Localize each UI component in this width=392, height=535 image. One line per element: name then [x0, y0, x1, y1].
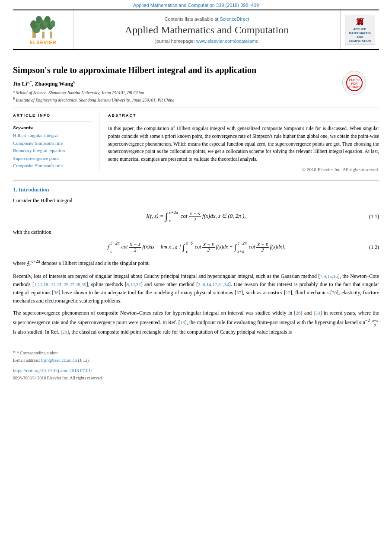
integral-2a-limits: s−δ c	[186, 241, 192, 254]
ref-36[interactable]: 36	[54, 290, 59, 295]
intro-para5: The superconvergence phenomenon of compo…	[13, 309, 379, 336]
svg-text:CHECK: CHECK	[349, 79, 360, 82]
footnote-corresponding: * * Corresponding author.	[13, 349, 379, 357]
abstract-text: In this paper, the computation of Hilber…	[108, 125, 379, 163]
elsevier-brand-text: ELSEVIER	[29, 40, 56, 45]
integral-1-icon: ∫	[165, 211, 168, 222]
equation-1-1: I(f, s) = ∫ c+2π c cot x − s 2 f(x)dx, s…	[13, 210, 379, 223]
main-content: Simpson's rule to approximate Hilbert in…	[0, 50, 392, 390]
check-updates-icon: CHECK FOR UPDATES	[346, 74, 363, 92]
author-2-sup: b	[73, 80, 75, 84]
elsevier-logo-area: ELSEVIER	[13, 10, 73, 49]
footer-issn: 0096-3003/© 2018 Elsevier Inc. All right…	[13, 375, 379, 381]
svg-rect-9	[50, 32, 52, 38]
author-1-name: Jin Li	[13, 80, 27, 87]
contents-available: Contents lists available at ScienceDirec…	[165, 16, 249, 22]
intro-para3: where ⨍cc+2π denotes a Hilbert integral …	[13, 258, 379, 268]
svg-point-11	[45, 16, 51, 23]
badge-title-text: APPLIEDMATHEMATICSANDCOMPUTATION	[349, 27, 371, 43]
intro-para1: Consider the Hilbert integral	[13, 197, 379, 205]
ref-33[interactable]: 33	[316, 310, 320, 315]
integral-2a: ∫	[183, 243, 185, 252]
svg-text:FOR: FOR	[351, 82, 357, 85]
abstract-col: ABSTRACT In this paper, the computation …	[108, 113, 379, 172]
copyright-line: © 2018 Elsevier Inc. All rights reserved…	[108, 167, 379, 172]
affiliations: a School of Science, Shandong Jianzhu Un…	[13, 89, 379, 103]
keywords-label: Keywords:	[13, 125, 92, 130]
integral-2b-limits: c+2π s+δ	[238, 241, 247, 254]
intro-para4: Recently, lots of interests are payed of…	[13, 272, 379, 306]
email-link[interactable]: lijin@lsec.cc.ac.cn	[41, 357, 77, 363]
keyword-5: Composite Simpson's rule	[13, 162, 92, 170]
ref-13[interactable]: 13	[180, 320, 185, 325]
journal-cover-badge: 篇 APPLIEDMATHEMATICSANDCOMPUTATION	[345, 15, 375, 45]
authors-line: Jin Lia,*, Zhaoqing Wangb	[13, 80, 379, 87]
journal-title: Applied Mathematics and Computation	[125, 24, 289, 36]
svg-text:UPDATES: UPDATES	[347, 86, 361, 89]
ref-37[interactable]: 37	[236, 290, 241, 295]
title-area: Simpson's rule to approximate Hilbert in…	[13, 64, 379, 76]
article-info-col: ARTICLE INFO Keywords: Hilbert singular …	[13, 113, 99, 172]
star-icon: *	[13, 350, 16, 356]
article-info-abstract: ARTICLE INFO Keywords: Hilbert singular …	[13, 113, 379, 172]
divider-info	[13, 121, 92, 121]
ref-7[interactable]: 7,9,15,16	[320, 274, 338, 279]
keyword-1: Hilbert singular integral	[13, 132, 92, 140]
affiliation-b: b Institute of Engineering Mechanics, Sh…	[13, 96, 379, 103]
keywords-list: Hilbert singular integral Composite Simp…	[13, 132, 92, 170]
article-title: Simpson's rule to approximate Hilbert in…	[13, 64, 379, 76]
eq1-formula: I(f, s) = ∫ c+2π c cot x − s 2 f(x)dx, s…	[146, 210, 245, 223]
affiliation-a: a School of Science, Shandong Jianzhu Un…	[13, 89, 379, 96]
eq1-number: (1.1)	[369, 213, 379, 220]
ref-3[interactable]: 3–6,14,17,31,34	[198, 282, 229, 287]
author-2-name: Zhaoqing Wang	[35, 80, 73, 87]
journal-header: ELSEVIER Contents lists available at Sci…	[13, 10, 379, 50]
kernel-frac: x−s2	[371, 318, 379, 328]
ref-26[interactable]: 26	[296, 310, 301, 315]
check-updates-badge: CHECK FOR UPDATES	[342, 71, 366, 95]
page: Applied Mathematics and Computation 339 …	[0, 0, 392, 535]
homepage-url[interactable]: www.elsevier.com/locate/amc	[196, 38, 258, 44]
ref-30[interactable]: 30	[332, 290, 337, 295]
ref-1[interactable]: 1,11,18–21,23–25,27,28,35	[34, 282, 86, 287]
integral-2b: ∫	[234, 243, 236, 252]
intro-title: 1. Introduction	[13, 186, 379, 193]
introduction-section: 1. Introduction Consider the Hilbert int…	[13, 181, 379, 336]
journal-title-area: Contents lists available at ScienceDirec…	[73, 10, 340, 49]
svg-rect-8	[42, 32, 45, 38]
frac-xs-2c: x − s 2	[202, 242, 214, 253]
abstract-label: ABSTRACT	[108, 113, 379, 118]
ref-12[interactable]: 12	[286, 290, 290, 295]
keyword-4: Superconvergence point	[13, 155, 92, 162]
article-info-label: ARTICLE INFO	[13, 113, 92, 118]
keyword-2: Composite Simpson's rule	[13, 140, 92, 147]
divider-abstract	[108, 121, 379, 121]
eq2-number: (1.2)	[369, 244, 379, 251]
frac-xs-2d: x − s 2	[256, 242, 268, 253]
integral-2-limits: c+2π c	[111, 241, 120, 254]
intro-para-def: with the definition	[13, 228, 379, 236]
ref-29[interactable]: 29	[62, 329, 67, 334]
svg-point-10	[36, 16, 42, 23]
svg-point-7	[50, 20, 55, 27]
keyword-3: Boundary integral equation	[13, 147, 92, 155]
journal-top-bar: Applied Mathematics and Computation 339 …	[0, 0, 392, 10]
and-text: and	[304, 310, 312, 316]
frac-xs-2b: x − s 2	[129, 242, 141, 253]
lim-sub: δ→0	[169, 245, 177, 250]
doi-link[interactable]: https://doi.org/10.1016/j.amc.2018.07.01…	[13, 368, 93, 373]
journal-badge-area: 篇 APPLIEDMATHEMATICSANDCOMPUTATION	[340, 10, 379, 49]
equation-1-2: ⨍ c+2π c cot x − s 2 f(x)dx = lim δ→0	[13, 241, 379, 254]
footnote-email: E-mail address: lijin@lsec.cc.ac.cn (J. …	[13, 357, 379, 364]
author-1-sup: a,*	[27, 80, 32, 84]
footer-doi-area: https://doi.org/10.1016/j.amc.2018.07.01…	[13, 367, 379, 374]
frac-xs-2: x − s 2	[189, 211, 201, 223]
journal-citation: Applied Mathematics and Computation 339 …	[133, 3, 259, 8]
elsevier-tree-icon	[30, 15, 56, 39]
integral-1-limits: c+2π c	[169, 210, 178, 223]
sciencedirect-link[interactable]: ScienceDirect	[220, 16, 249, 22]
eq2-formula: ⨍ c+2π c cot x − s 2 f(x)dx = lim δ→0	[107, 241, 286, 254]
journal-homepage: journal homepage: www.elsevier.com/locat…	[156, 38, 258, 44]
divider-1	[13, 108, 379, 108]
ref-8[interactable]: 8,10,32	[127, 282, 141, 287]
